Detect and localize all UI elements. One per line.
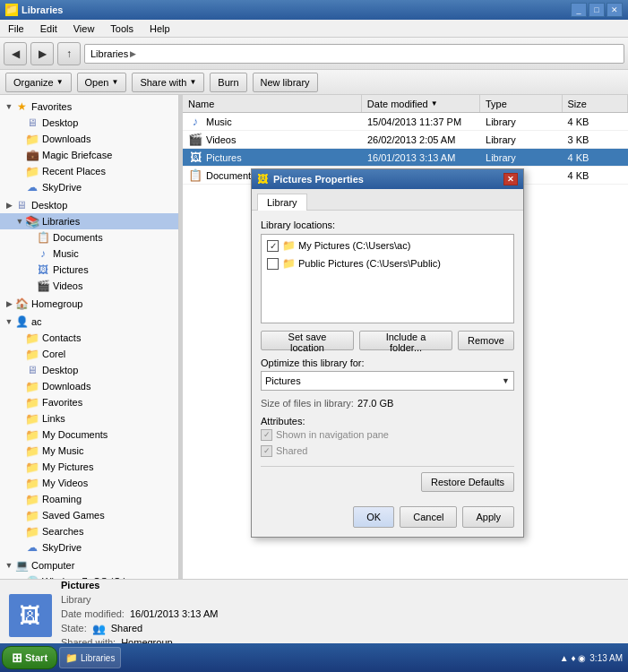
nav-lib-pictures-label: Pictures — [53, 264, 89, 275]
set-save-location-button[interactable]: Set save location — [261, 331, 354, 350]
nav-desktop-ac[interactable]: 🖥 Desktop — [0, 362, 178, 378]
include-folder-button[interactable]: Include a folder... — [359, 331, 452, 350]
nav-desktop-ac-label: Desktop — [42, 365, 78, 375]
nav-lib-music[interactable]: ♪ Music — [0, 246, 178, 262]
breadcrumb[interactable]: Libraries ▶ — [84, 44, 624, 64]
attr-nav-pane-checkbox[interactable]: ✓ — [261, 429, 272, 441]
optimize-select[interactable]: Pictures ▼ — [261, 371, 514, 391]
burn-button[interactable]: Burn — [210, 73, 246, 92]
open-button[interactable]: Open ▼ — [77, 73, 127, 92]
nav-ac[interactable]: ▼ 👤 ac — [0, 314, 178, 330]
menu-tools[interactable]: Tools — [108, 23, 136, 34]
skydrive-fav-icon: ☁ — [25, 180, 39, 194]
organize-button[interactable]: Organize ▼ — [5, 73, 72, 92]
library-locations-list[interactable]: ✓ 📁 My Pictures (C:\Users\ac) 📁 Public P… — [261, 234, 514, 323]
nav-libraries[interactable]: ▼ 📚 Libraries — [0, 213, 178, 229]
attr-shared-checkbox[interactable]: ✓ — [261, 445, 272, 457]
location-folder-icon-0: 📁 — [282, 239, 296, 252]
location-checkbox-1[interactable] — [267, 258, 279, 270]
nav-searches[interactable]: 📁 Searches — [0, 523, 178, 539]
table-row[interactable]: ♪ Music 15/04/2013 11:37 PM Library 4 KB — [183, 113, 628, 131]
nav-skydrive-fav-label: SkyDrive — [42, 182, 82, 193]
computer-section: ▼ 💻 Computer 💿 Windows7_OS (C:) 💿 Lenovo… — [0, 557, 178, 579]
taskbar-libraries-icon: 📁 — [65, 652, 78, 664]
maximize-button[interactable]: □ — [589, 3, 605, 17]
col-header-date[interactable]: Date modified ▼ — [362, 95, 480, 112]
nav-links[interactable]: 📁 Links — [0, 410, 178, 426]
close-button[interactable]: ✕ — [606, 3, 623, 17]
new-library-button[interactable]: New library — [253, 73, 318, 92]
status-name-row: Pictures — [61, 580, 619, 594]
nav-homegroup[interactable]: ▶ 🏠 Homegroup — [0, 296, 178, 312]
nav-lib-documents[interactable]: 📋 Documents — [0, 229, 178, 246]
ok-button[interactable]: OK — [353, 506, 394, 528]
file-name-cell: 🖼 Pictures — [183, 149, 362, 166]
nav-computer[interactable]: ▼ 💻 Computer — [0, 557, 178, 573]
file-size-videos: 3 KB — [568, 134, 589, 145]
forward-button[interactable]: ▶ — [30, 42, 54, 65]
nav-contacts[interactable]: 📁 Contacts — [0, 330, 178, 346]
file-type-cell: Library — [480, 149, 563, 166]
restore-defaults-button[interactable]: Restore Defaults — [421, 472, 514, 492]
nav-downloads[interactable]: 📁 Downloads — [0, 131, 178, 147]
location-checkbox-0[interactable]: ✓ — [267, 240, 279, 252]
share-button[interactable]: Share with ▼ — [132, 73, 204, 92]
col-header-size[interactable]: Size — [563, 95, 628, 112]
recent-places-icon: 📁 — [25, 164, 39, 178]
back-button[interactable]: ◀ — [4, 42, 27, 65]
apply-button[interactable]: Apply — [462, 506, 514, 528]
remove-button[interactable]: Remove — [458, 331, 514, 350]
secondary-toolbar: Organize ▼ Open ▼ Share with ▼ Burn New … — [0, 70, 628, 95]
menu-help[interactable]: Help — [147, 23, 173, 34]
dialog-footer: OK Cancel Apply — [252, 501, 523, 537]
nav-saved-games[interactable]: 📁 Saved Games — [0, 507, 178, 523]
menu-file[interactable]: File — [5, 23, 27, 34]
file-date-cell: 15/04/2013 11:37 PM — [362, 113, 480, 130]
taskbar-item-libraries[interactable]: 📁 Libraries — [59, 647, 121, 668]
favorites-label: Favorites — [31, 101, 72, 112]
file-size-cell: 4 KB — [563, 113, 628, 130]
col-header-type[interactable]: Type — [480, 95, 563, 112]
nav-skydrive-fav[interactable]: ☁ SkyDrive — [0, 179, 178, 195]
table-row[interactable]: 🎬 Videos 26/02/2013 2:05 AM Library 3 KB — [183, 131, 628, 149]
contacts-icon: 📁 — [25, 331, 39, 345]
nav-windows-os[interactable]: 💿 Windows7_OS (C:) — [0, 573, 178, 579]
nav-lib-videos[interactable]: 🎬 Videos — [0, 278, 178, 294]
minimize-button[interactable]: _ — [571, 3, 587, 17]
nav-recent-places[interactable]: 📁 Recent Places — [0, 163, 178, 179]
cancel-button[interactable]: Cancel — [400, 506, 457, 528]
nav-lib-pictures[interactable]: 🖼 Pictures — [0, 262, 178, 278]
dialog-tab-library[interactable]: Library — [257, 194, 307, 211]
dialog-tabs: Library — [252, 189, 523, 211]
menu-view[interactable]: View — [71, 23, 98, 34]
favorites-expand-icon: ▼ — [4, 102, 14, 111]
dialog-close-button[interactable]: ✕ — [503, 173, 518, 185]
nav-desktop-main-label: Desktop — [31, 200, 67, 211]
nav-magic-briefcase[interactable]: 💼 Magic Briefcase — [0, 147, 178, 163]
roaming-icon: 📁 — [25, 492, 39, 506]
nav-my-videos[interactable]: 📁 My Videos — [0, 475, 178, 491]
nav-favorites-ac[interactable]: 📁 Favorites — [0, 394, 178, 410]
dialog-separator — [261, 466, 514, 467]
nav-downloads-ac[interactable]: 📁 Downloads — [0, 378, 178, 394]
menu-edit[interactable]: Edit — [38, 23, 60, 34]
nav-roaming[interactable]: 📁 Roaming — [0, 491, 178, 507]
status-state-value: Shared — [111, 623, 142, 637]
nav-my-music[interactable]: 📁 My Music — [0, 443, 178, 459]
toolbar: ◀ ▶ ↑ Libraries ▶ — [0, 38, 628, 70]
list-item: ✓ 📁 My Pictures (C:\Users\ac) — [263, 237, 512, 254]
up-button[interactable]: ↑ — [57, 42, 81, 65]
nav-desktop[interactable]: 🖥 Desktop — [0, 115, 178, 131]
nav-my-documents[interactable]: 📁 My Documents — [0, 426, 178, 443]
pictures-lib-icon: 🖼 — [188, 151, 202, 165]
favorites-header[interactable]: ▼ ★ Favorites — [0, 99, 178, 115]
nav-skydrive-ac[interactable]: ☁ SkyDrive — [0, 539, 178, 556]
status-name: Pictures — [61, 580, 99, 594]
nav-my-pictures[interactable]: 📁 My Pictures — [0, 459, 178, 475]
nav-corel[interactable]: 📁 Corel — [0, 346, 178, 362]
table-row[interactable]: 🖼 Pictures 16/01/2013 3:13 AM Library 4 … — [183, 149, 628, 167]
nav-desktop-main[interactable]: ▶ 🖥 Desktop — [0, 197, 178, 213]
start-button[interactable]: ⊞ Start — [2, 646, 57, 669]
magic-briefcase-icon: 💼 — [25, 148, 39, 162]
col-header-name[interactable]: Name — [183, 95, 362, 112]
